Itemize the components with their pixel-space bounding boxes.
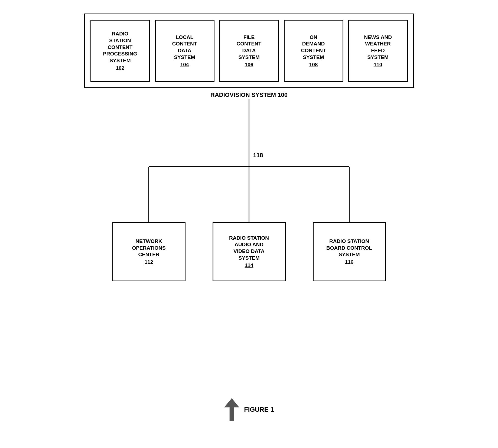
radiovision-box: RADIO STATION CONTENT PROCESSING SYSTEM … [84,14,414,88]
system-box-108: ON DEMAND CONTENT SYSTEM 108 [284,20,343,82]
system-box-114: RADIO STATION AUDIO AND VIDEO DATA SYSTE… [213,222,286,281]
system-box-116: RADIO STATION BOARD CONTROL SYSTEM 116 [313,222,386,281]
system-box-104: LOCAL CONTENT DATA SYSTEM 104 [155,20,214,82]
system-box-102: RADIO STATION CONTENT PROCESSING SYSTEM … [90,20,150,82]
box-number-108: 108 [309,62,318,68]
box-title-102: RADIO STATION CONTENT PROCESSING SYSTEM [103,31,137,64]
box-title-106: FILE CONTENT DATA SYSTEM [237,34,262,61]
box-number-116: 116 [345,259,354,265]
box-title-112: NETWORK OPERATIONS CENTER [132,238,165,258]
up-arrow [224,398,239,421]
box-title-110: NEWS AND WEATHER FEED SYSTEM [364,34,392,61]
line-label-118: 118 [253,152,263,159]
system-box-106: FILE CONTENT DATA SYSTEM 106 [219,20,279,82]
box-title-114: RADIO STATION AUDIO AND VIDEO DATA SYSTE… [229,235,269,262]
bottom-row: NETWORK OPERATIONS CENTER 112 RADIO STAT… [112,222,386,281]
box-number-102: 102 [116,65,125,71]
system-box-110: NEWS AND WEATHER FEED SYSTEM 110 [348,20,408,82]
radiovision-label: RADIOVISION SYSTEM 100 [210,91,288,98]
figure-area: FIGURE 1 [224,398,274,421]
box-number-110: 110 [374,62,382,68]
box-title-104: LOCAL CONTENT DATA SYSTEM [172,34,197,61]
diagram-container: RADIO STATION CONTENT PROCESSING SYSTEM … [0,0,498,448]
box-number-114: 114 [245,262,253,268]
arrow-shaft [229,407,234,421]
box-number-112: 112 [145,259,153,265]
arrow-head [224,398,239,407]
figure-label: FIGURE 1 [244,406,274,413]
system-box-112: NETWORK OPERATIONS CENTER 112 [112,222,185,281]
box-title-108: ON DEMAND CONTENT SYSTEM [301,34,326,61]
box-title-116: RADIO STATION BOARD CONTROL SYSTEM [326,238,372,258]
box-number-106: 106 [245,62,253,68]
box-number-104: 104 [180,62,189,68]
